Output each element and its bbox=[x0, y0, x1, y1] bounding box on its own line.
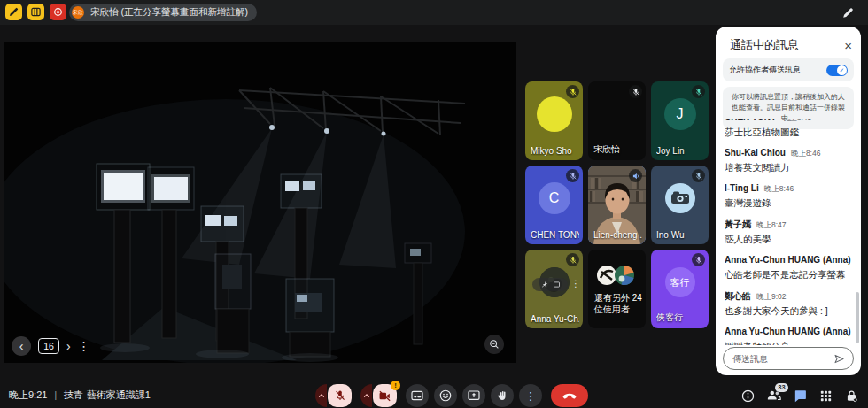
avatar-initial: J bbox=[677, 106, 684, 122]
participant-name: Ino Wu bbox=[656, 230, 705, 240]
participant-count-badge: 33 bbox=[775, 383, 788, 392]
host-controls-icon[interactable] bbox=[844, 389, 859, 404]
message-author: CHEN TONY bbox=[725, 119, 777, 122]
message-text: 培養英文閱讀力 bbox=[725, 162, 852, 173]
send-icon[interactable] bbox=[833, 352, 846, 366]
participant-name: 俠客行 bbox=[656, 312, 705, 324]
avatar: C bbox=[539, 182, 570, 214]
mic-options-chevron[interactable] bbox=[315, 384, 327, 407]
chat-message: CHEN TONY晚上8:45 莎士比亞植物圖鑑 bbox=[725, 119, 852, 138]
tile-more-icon[interactable]: ⋮ bbox=[571, 279, 580, 289]
record-icon[interactable] bbox=[50, 4, 66, 20]
message-author: 黃子嫣 bbox=[725, 219, 751, 229]
end-call-button[interactable] bbox=[551, 384, 588, 407]
cam-options-chevron[interactable] bbox=[360, 384, 372, 407]
clock: 晚上9:21 bbox=[9, 389, 47, 402]
meeting-name: 技青-藝術家通識課1 bbox=[64, 389, 151, 402]
activities-icon[interactable] bbox=[818, 389, 833, 404]
tile-chen-tony[interactable]: C CHEN TONY bbox=[525, 166, 583, 244]
next-slide-button[interactable]: › bbox=[66, 339, 71, 353]
chat-header: 通話中的訊息 × bbox=[730, 35, 852, 55]
message-text: 惑人的美學 bbox=[725, 234, 852, 245]
present-button[interactable] bbox=[462, 384, 485, 407]
chat-icon[interactable] bbox=[793, 389, 808, 404]
participant-name: 宋欣怡 bbox=[593, 143, 642, 156]
meet-app: 宋欣 宋欣怡 (正在分享螢幕畫面和新增註解) bbox=[0, 0, 868, 408]
slide-navigation: ‹ 16 › ⋮ bbox=[12, 336, 90, 356]
mic-off-icon bbox=[692, 169, 705, 182]
zoom-button[interactable] bbox=[484, 335, 504, 354]
reactions-button[interactable] bbox=[434, 384, 457, 407]
presenter-banner[interactable]: 宋欣 宋欣怡 (正在分享螢幕畫面和新增註解) bbox=[69, 4, 257, 21]
chat-scrollbar[interactable] bbox=[856, 292, 859, 343]
avatar-initial: C bbox=[549, 190, 560, 206]
captions-button[interactable] bbox=[406, 384, 429, 407]
message-text: 心皓老師是不是忘記分享螢幕 bbox=[725, 269, 852, 281]
tile-anna-yu-chun[interactable]: ⋮ Anna Yu-Ch... bbox=[525, 250, 583, 328]
more-options-button[interactable]: ⋮ bbox=[519, 384, 542, 407]
edit-pen-icon[interactable] bbox=[840, 4, 856, 20]
avatar: J bbox=[664, 98, 696, 130]
panel-buttons: 33 bbox=[740, 384, 859, 407]
avatar bbox=[537, 96, 572, 132]
message-text: 也多謝大家今天的參與 : ] bbox=[725, 305, 852, 317]
chat-input[interactable] bbox=[732, 354, 833, 364]
tile-more-participants[interactable]: 還有另外 24 位使用者 bbox=[588, 250, 646, 328]
tile-xia-ke-xing[interactable]: 客行 俠客行 bbox=[651, 250, 709, 328]
toggle-check-icon: ✓ bbox=[837, 65, 847, 75]
tile-ino-wu[interactable]: Ino Wu bbox=[651, 166, 709, 244]
speaker-icon bbox=[629, 169, 642, 182]
mic-off-icon bbox=[692, 253, 705, 266]
tile-mikyo-sho[interactable]: Mikyo Sho bbox=[525, 81, 583, 160]
stage-more-button[interactable]: ⋮ bbox=[78, 339, 90, 353]
slide-number[interactable]: 16 bbox=[38, 338, 59, 354]
divider: | bbox=[54, 390, 57, 400]
chat-message: Anna Yu-Chun HUANG (Anna)晚上9:02 心皓老師是不是忘… bbox=[725, 255, 852, 281]
shared-screen-artwork bbox=[4, 42, 516, 363]
meeting-info: 晚上9:21 | 技青-藝術家通識課1 bbox=[9, 382, 151, 408]
message-time: 晚上8:46 bbox=[764, 184, 794, 193]
meeting-details-icon[interactable] bbox=[740, 389, 756, 404]
mic-off-icon bbox=[692, 85, 705, 98]
message-text: 莎士比亞植物圖鑑 bbox=[725, 127, 852, 138]
message-author: Shu-Kai Chiou bbox=[725, 148, 786, 158]
mic-off-button[interactable] bbox=[328, 384, 352, 407]
participant-name: Joy Lin bbox=[656, 146, 705, 156]
more-participants-label: 還有另外 24 位使用者 bbox=[594, 292, 642, 315]
mic-off-icon bbox=[566, 253, 579, 266]
raise-hand-button[interactable] bbox=[491, 384, 514, 407]
board-panel-icon[interactable] bbox=[27, 4, 44, 20]
prev-slide-button[interactable]: ‹ bbox=[12, 336, 31, 356]
tile-hover-controls[interactable] bbox=[532, 278, 568, 291]
mic-off-icon bbox=[566, 85, 579, 98]
message-time: 晚上8:47 bbox=[756, 220, 787, 229]
allow-messages-toggle[interactable]: ✓ bbox=[826, 65, 848, 76]
participant-name: Lien-cheng ... bbox=[593, 230, 642, 240]
message-text: 謝謝老師的分享~~~ bbox=[725, 341, 852, 345]
message-text: 臺灣漫遊錄 bbox=[725, 197, 852, 209]
message-time: 晚上9:02 bbox=[756, 292, 787, 301]
chat-message: I-Ting Li晚上8:46 臺灣漫遊錄 bbox=[725, 183, 852, 209]
message-author: Anna Yu-Chun HUANG (Anna) bbox=[725, 327, 851, 336]
participant-name: CHEN TONY bbox=[531, 230, 579, 240]
tile-joy-lin[interactable]: J Joy Lin bbox=[651, 81, 709, 160]
allow-messages-label: 允許協作者傳送訊息 bbox=[729, 65, 801, 76]
message-time: 晚上8:45 bbox=[782, 119, 812, 122]
close-icon[interactable]: × bbox=[844, 38, 852, 53]
tile-song-xinyi[interactable]: 宋欣怡 bbox=[588, 81, 646, 160]
tile-lien-cheng[interactable]: Lien-cheng ... bbox=[588, 166, 646, 244]
message-time: 晚上8:46 bbox=[791, 149, 821, 158]
chat-message: Shu-Kai Chiou晚上8:46 培養英文閱讀力 bbox=[725, 148, 852, 173]
people-icon[interactable]: 33 bbox=[766, 388, 782, 404]
stacked-avatars bbox=[596, 264, 637, 287]
chat-title: 通話中的訊息 bbox=[730, 37, 799, 53]
call-controls: ! ⋮ bbox=[315, 384, 588, 407]
top-bar: 宋欣 宋欣怡 (正在分享螢幕畫面和新增註解) bbox=[0, 0, 868, 25]
chat-input-row bbox=[723, 347, 854, 370]
avatar bbox=[665, 183, 695, 213]
annotate-pen-icon[interactable] bbox=[5, 4, 22, 20]
participant-name: Mikyo Sho bbox=[531, 146, 579, 156]
participant-grid: Mikyo Sho 宋欣怡 J Joy Lin C CHEN TONY bbox=[525, 81, 709, 328]
allow-messages-row: 允許協作者傳送訊息 ✓ bbox=[723, 58, 854, 81]
camera-off-button[interactable]: ! bbox=[373, 384, 397, 407]
